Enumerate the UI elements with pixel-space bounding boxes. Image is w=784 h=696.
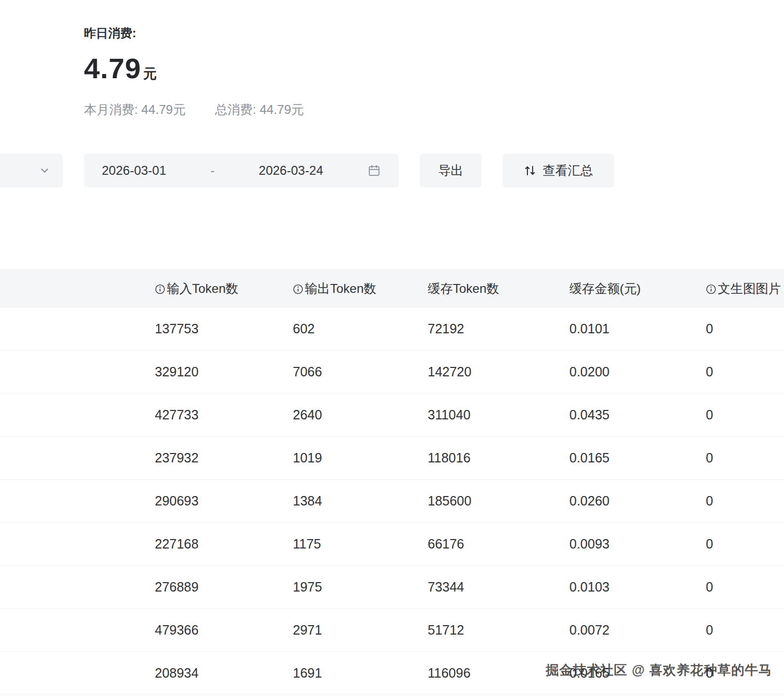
cell-cache-amount: 0.0093 (569, 523, 706, 566)
table-header-output-tokens: 输出Token数 (293, 270, 428, 308)
table-header-leading (0, 270, 155, 308)
row-leading-cell (0, 609, 155, 652)
cell-t2i-images: 0 (706, 652, 784, 695)
export-button[interactable]: 导出 (420, 154, 482, 187)
cell-input-tokens: 479366 (155, 609, 293, 652)
month-consumption-value: 44.79元 (141, 102, 185, 117)
usage-table-container: 输入Token数 输出Token数 缓存Token数 缓存金额(元) 文生图图片 (0, 269, 784, 695)
cell-cache-amount: 0.0165 (569, 652, 706, 695)
cell-t2i-images: 0 (706, 566, 784, 609)
cell-input-tokens: 208934 (155, 652, 293, 695)
info-icon (155, 284, 165, 294)
cell-input-tokens: 290693 (155, 480, 293, 523)
info-icon (293, 284, 303, 294)
cell-cache-amount: 0.0200 (569, 351, 706, 394)
cell-input-tokens: 427733 (155, 394, 293, 437)
cell-output-tokens: 1975 (293, 566, 428, 609)
table-header-input-tokens: 输入Token数 (155, 270, 293, 308)
total-consumption-label: 总消费: (215, 102, 256, 117)
cell-input-tokens: 237932 (155, 437, 293, 480)
cell-cache-amount: 0.0101 (569, 308, 706, 351)
row-leading-cell (0, 566, 155, 609)
yesterday-consumption-amount: 4.79 元 (84, 52, 304, 85)
table-header-cache-tokens: 缓存Token数 (428, 270, 569, 308)
row-leading-cell (0, 437, 155, 480)
calendar-icon (367, 164, 381, 177)
info-icon (706, 284, 716, 294)
export-button-label: 导出 (438, 162, 463, 179)
row-leading-cell (0, 394, 155, 437)
view-summary-button[interactable]: 查看汇总 (503, 154, 614, 187)
cell-output-tokens: 1019 (293, 437, 428, 480)
date-start[interactable]: 2026-03-01 (102, 163, 166, 178)
table-header-row: 输入Token数 输出Token数 缓存Token数 缓存金额(元) 文生图图片 (0, 270, 784, 308)
cell-output-tokens: 1175 (293, 523, 428, 566)
cell-output-tokens: 1691 (293, 652, 428, 695)
cell-output-tokens: 2640 (293, 394, 428, 437)
filter-toolbar: 2026-03-01 - 2026-03-24 导出 查看汇总 (0, 154, 784, 187)
table-row: 290693 1384 185600 0.0260 0 (0, 480, 784, 523)
yesterday-consumption-label: 昨日消费: (84, 25, 304, 41)
table-row: 427733 2640 311040 0.0435 0 (0, 394, 784, 437)
month-consumption-label: 本月消费: (84, 102, 138, 117)
table-header-t2i-images: 文生图图片 (706, 270, 784, 308)
cell-cache-amount: 0.0435 (569, 394, 706, 437)
cell-t2i-images: 0 (706, 308, 784, 351)
cell-output-tokens: 602 (293, 308, 428, 351)
cell-t2i-images: 0 (706, 351, 784, 394)
cell-cache-amount: 0.0260 (569, 480, 706, 523)
cell-t2i-images: 0 (706, 394, 784, 437)
currency-unit: 元 (143, 65, 157, 83)
cell-output-tokens: 1384 (293, 480, 428, 523)
table-header-cache-amount: 缓存金额(元) (569, 270, 706, 308)
month-consumption: 本月消费: 44.79元 (84, 101, 185, 118)
table-row: 276889 1975 73344 0.0103 0 (0, 566, 784, 609)
cell-cache-tokens: 142720 (428, 351, 569, 394)
chevron-down-icon (39, 165, 50, 176)
cell-cache-amount: 0.0103 (569, 566, 706, 609)
column-label: 缓存金额(元) (569, 281, 641, 296)
date-end[interactable]: 2026-03-24 (259, 163, 323, 178)
usage-table: 输入Token数 输出Token数 缓存Token数 缓存金额(元) 文生图图片 (0, 269, 784, 695)
cell-cache-tokens: 116096 (428, 652, 569, 695)
table-row: 237932 1019 118016 0.0165 0 (0, 437, 784, 480)
cell-t2i-images: 0 (706, 609, 784, 652)
date-range-picker[interactable]: 2026-03-01 - 2026-03-24 (84, 154, 399, 187)
cell-cache-amount: 0.0072 (569, 609, 706, 652)
table-row: 227168 1175 66176 0.0093 0 (0, 523, 784, 566)
cell-input-tokens: 276889 (155, 566, 293, 609)
cell-cache-amount: 0.0165 (569, 437, 706, 480)
cell-cache-tokens: 73344 (428, 566, 569, 609)
cell-input-tokens: 329120 (155, 351, 293, 394)
table-row: 329120 7066 142720 0.0200 0 (0, 351, 784, 394)
row-leading-cell (0, 652, 155, 695)
consumption-summary: 昨日消费: 4.79 元 本月消费: 44.79元 总消费: 44.79元 (84, 25, 304, 118)
column-label: 文生图图片 (718, 281, 781, 296)
cell-output-tokens: 2971 (293, 609, 428, 652)
cell-output-tokens: 7066 (293, 351, 428, 394)
cell-t2i-images: 0 (706, 523, 784, 566)
row-leading-cell (0, 523, 155, 566)
cell-t2i-images: 0 (706, 480, 784, 523)
table-row: 208934 1691 116096 0.0165 0 (0, 652, 784, 695)
cell-cache-tokens: 51712 (428, 609, 569, 652)
cell-cache-tokens: 66176 (428, 523, 569, 566)
column-label: 输出Token数 (305, 281, 376, 296)
filter-select[interactable] (0, 154, 63, 187)
cell-input-tokens: 137753 (155, 308, 293, 351)
consumption-sub-stats: 本月消费: 44.79元 总消费: 44.79元 (84, 101, 304, 118)
row-leading-cell (0, 480, 155, 523)
table-row: 137753 602 72192 0.0101 0 (0, 308, 784, 351)
column-label: 缓存Token数 (428, 281, 499, 296)
cell-cache-tokens: 185600 (428, 480, 569, 523)
row-leading-cell (0, 308, 155, 351)
row-leading-cell (0, 351, 155, 394)
column-label: 输入Token数 (167, 281, 238, 296)
cell-cache-tokens: 72192 (428, 308, 569, 351)
cell-cache-tokens: 311040 (428, 394, 569, 437)
sort-icon (524, 164, 536, 177)
total-consumption: 总消费: 44.79元 (215, 101, 303, 118)
cell-t2i-images: 0 (706, 437, 784, 480)
total-consumption-value: 44.79元 (260, 102, 304, 117)
cell-cache-tokens: 118016 (428, 437, 569, 480)
